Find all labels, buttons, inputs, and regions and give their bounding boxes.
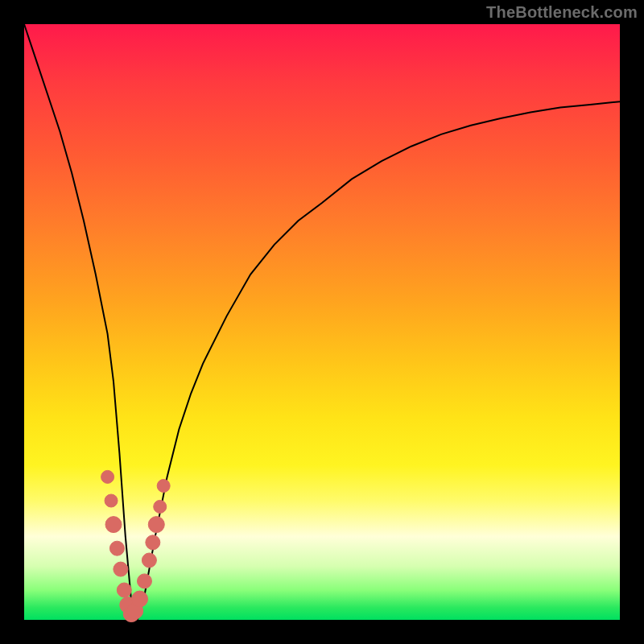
marker-point (137, 574, 151, 588)
marker-point (148, 517, 164, 533)
marker-point (105, 517, 122, 533)
marker-point (109, 541, 124, 555)
marker-point (114, 562, 128, 576)
marker-point (146, 535, 160, 550)
marker-point (142, 553, 156, 568)
chart-frame: TheBottleneck.com (0, 0, 644, 644)
marker-point (132, 591, 148, 607)
chart-overlay (24, 24, 620, 620)
marker-point (154, 500, 167, 513)
marker-point (101, 470, 114, 483)
watermark-text: TheBottleneck.com (486, 3, 638, 22)
marker-point (117, 583, 131, 597)
highlight-markers (101, 470, 171, 621)
marker-point (105, 494, 118, 507)
marker-point (157, 480, 170, 493)
